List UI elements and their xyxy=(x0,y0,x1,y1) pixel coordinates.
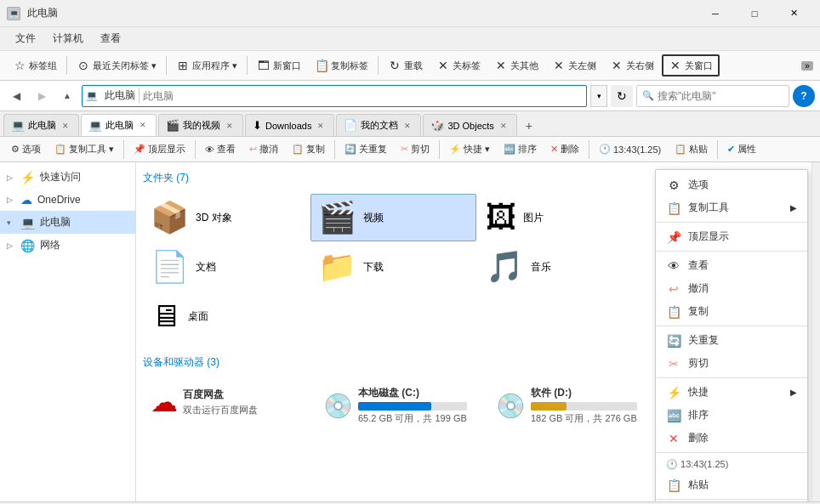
ribbon-new-window[interactable]: 🗔 新窗口 xyxy=(251,55,307,76)
ctx-copy-tools[interactable]: 📋 复制工具 ▶ xyxy=(656,196,807,219)
action-time[interactable]: 🕐 13:43(1.25) xyxy=(593,140,667,158)
drive-item-c[interactable]: 💿 本地磁盘 (C:) 65.2 GB 可用，共 199 GB xyxy=(316,378,481,438)
menu-bar: 文件 计算机 查看 xyxy=(0,27,820,51)
ctx-cut[interactable]: ✂ 剪切 xyxy=(656,352,807,375)
ctx-undo[interactable]: ↩ 撤消 xyxy=(656,277,807,300)
ctx-sort[interactable]: 🔤 排序 xyxy=(656,404,807,427)
apps-icon: ⊞ xyxy=(176,59,190,72)
tabs-bar: 💻 此电脑 ✕ 💻 此电脑 ✕ 🎬 我的视频 ✕ ⬇ Downloads ✕ 📄… xyxy=(0,111,820,137)
ctx-view[interactable]: 👁 查看 xyxy=(656,254,807,277)
folder-item-pictures[interactable]: 🖼 图片 xyxy=(478,194,644,241)
action-copy[interactable]: 📋 复制 xyxy=(286,139,331,159)
ctx-paste[interactable]: 📋 粘贴 xyxy=(656,473,807,496)
ribbon-expand-btn[interactable]: » xyxy=(801,61,813,71)
sidebar-item-quick-access[interactable]: ▷ ⚡ 快速访问 xyxy=(0,166,135,189)
action-sort[interactable]: 🔤 排序 xyxy=(498,139,543,159)
tab-downloads[interactable]: ⬇ Downloads ✕ xyxy=(245,114,334,136)
folder-name-music: 音乐 xyxy=(531,260,551,275)
ribbon-close-right[interactable]: ✕ 关右侧 xyxy=(604,55,660,76)
help-button[interactable]: ? xyxy=(793,85,815,107)
tab-close-downloads[interactable]: ✕ xyxy=(315,120,327,132)
properties-icon: ✔ xyxy=(727,144,735,155)
tab-3d-objects[interactable]: 🎲 3D Objects ✕ xyxy=(423,114,516,136)
ribbon-tag-group[interactable]: ☆ 标签组 xyxy=(7,55,63,76)
shortcut-label: 快捷 xyxy=(464,143,482,156)
drive-item-baidu[interactable]: ☁ 百度网盘 双击运行百度网盘 xyxy=(143,378,309,438)
action-copy-tools[interactable]: 📋 复制工具 ▾ xyxy=(48,139,120,159)
undo-label: 撤消 xyxy=(259,143,278,156)
action-paste[interactable]: 📋 粘贴 xyxy=(669,139,714,159)
tab-close-1[interactable]: ✕ xyxy=(60,120,71,132)
folder-item-music[interactable]: 🎵 音乐 xyxy=(478,243,644,291)
ctx-options[interactable]: ⚙ 选项 xyxy=(656,173,807,196)
tab-add-button[interactable]: + xyxy=(519,116,539,136)
tab-close-docs[interactable]: ✕ xyxy=(401,120,413,132)
tab-docs-icon: 📄 xyxy=(344,119,357,132)
sidebar-item-onedrive[interactable]: ▷ ☁ OneDrive xyxy=(0,189,135,211)
scrollbar[interactable] xyxy=(811,162,820,501)
ribbon-reload[interactable]: ↻ 重载 xyxy=(382,55,429,76)
folder-icon-3d: 📦 xyxy=(151,200,189,235)
copy-label: 复制 xyxy=(306,143,325,156)
close-left-icon: ✕ xyxy=(552,59,566,72)
action-properties[interactable]: ✔ 属性 xyxy=(721,139,762,159)
folder-item-docs[interactable]: 📄 文档 xyxy=(143,243,309,291)
action-delete[interactable]: ✕ 删除 xyxy=(544,139,585,159)
ctx-top-display[interactable]: 📌 顶层显示 xyxy=(656,225,807,248)
tab-close-3d[interactable]: ✕ xyxy=(498,120,510,132)
forward-button[interactable]: ▶ xyxy=(31,85,53,107)
ribbon-recent-tabs[interactable]: ⊙ 最近关闭标签 ▾ xyxy=(71,55,162,76)
ribbon-close-tab[interactable]: ✕ 关标签 xyxy=(430,55,487,76)
ctx-time: 🕐 13:43(1.25) xyxy=(656,456,807,473)
minimize-button[interactable]: ─ xyxy=(696,0,735,27)
action-view[interactable]: 👁 查看 xyxy=(199,139,242,159)
ribbon-apps[interactable]: ⊞ 应用程序 ▾ xyxy=(170,55,243,76)
up-button[interactable]: ▲ xyxy=(56,85,78,107)
menu-file[interactable]: 文件 xyxy=(7,28,44,49)
ribbon-close-others[interactable]: ✕ 关其他 xyxy=(488,55,544,76)
tab-this-pc-2[interactable]: 💻 此电脑 ✕ xyxy=(81,114,157,136)
menu-computer[interactable]: 计算机 xyxy=(44,28,92,49)
address-input[interactable] xyxy=(140,90,586,102)
folder-item-video[interactable]: 🎬 视频 xyxy=(310,194,476,241)
c-drive-icon: 💿 xyxy=(323,392,353,420)
ctx-close-dup[interactable]: 🔄 关重复 xyxy=(656,329,807,352)
back-button[interactable]: ◀ xyxy=(5,85,27,107)
ribbon-close-left[interactable]: ✕ 关左侧 xyxy=(546,55,602,76)
tab-close-videos[interactable]: ✕ xyxy=(224,120,236,132)
folder-item-downloads[interactable]: 📁 下载 xyxy=(310,243,476,291)
tab-this-pc-1[interactable]: 💻 此电脑 ✕ xyxy=(3,114,79,136)
ribbon-close-window[interactable]: ✕ 关窗口 xyxy=(662,54,720,76)
search-input[interactable] xyxy=(658,90,768,102)
tab-videos[interactable]: 🎬 我的视频 ✕ xyxy=(158,114,243,136)
ctx-shortcut[interactable]: ⚡ 快捷 ▶ xyxy=(656,381,807,404)
ctx-top-display-label: 顶层显示 xyxy=(688,229,729,244)
action-cut[interactable]: ✂ 剪切 xyxy=(395,139,436,159)
action-undo[interactable]: ↩ 撤消 xyxy=(243,139,284,159)
this-pc-label: 此电脑 xyxy=(40,215,71,229)
sidebar-item-this-pc[interactable]: ▾ 💻 此电脑 xyxy=(0,211,135,234)
ribbon-copy-tab[interactable]: 📋 复制标签 xyxy=(309,55,374,76)
folder-item-3d[interactable]: 📦 3D 对象 xyxy=(143,194,309,241)
ribbon-reload-label: 重载 xyxy=(404,59,423,72)
close-button[interactable]: ✕ xyxy=(774,0,813,27)
ctx-delete[interactable]: ✕ 删除 xyxy=(656,427,807,450)
sidebar-item-network[interactable]: ▷ 🌐 网络 xyxy=(0,234,135,257)
tab-docs[interactable]: 📄 我的文档 ✕ xyxy=(336,114,421,136)
tab-close-2[interactable]: ✕ xyxy=(137,119,149,131)
ribbon-sep3 xyxy=(247,56,248,75)
tab-pc-icon-1: 💻 xyxy=(11,119,25,132)
action-top-display[interactable]: 📌 顶层显示 xyxy=(128,139,191,159)
ribbon-sep2 xyxy=(166,56,167,75)
maximize-button[interactable]: □ xyxy=(735,0,774,27)
action-close-dup[interactable]: 🔄 关重复 xyxy=(339,139,393,159)
refresh-button[interactable]: ↻ xyxy=(611,85,633,107)
menu-view[interactable]: 查看 xyxy=(92,28,129,49)
ctx-copy[interactable]: 📋 复制 xyxy=(656,300,807,323)
drive-item-d[interactable]: 💿 软件 (D:) 182 GB 可用，共 276 GB xyxy=(488,378,654,438)
address-dropdown-btn[interactable]: ▾ xyxy=(590,85,607,107)
folder-item-desktop[interactable]: 🖥 桌面 xyxy=(143,292,309,340)
action-shortcut[interactable]: ⚡ 快捷 ▾ xyxy=(443,139,496,159)
star-icon: ☆ xyxy=(13,59,26,72)
action-options[interactable]: ⚙ 选项 xyxy=(5,139,47,159)
